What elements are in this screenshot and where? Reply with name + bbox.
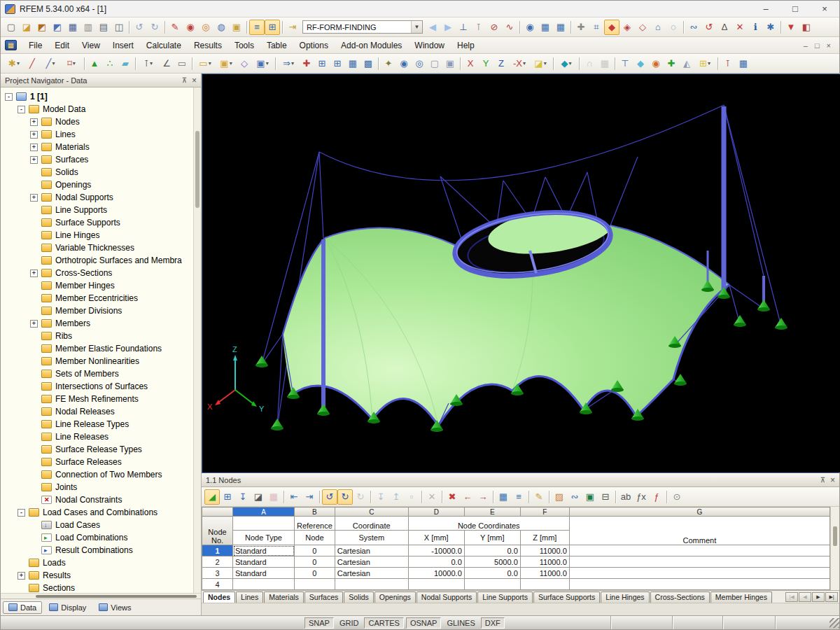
section-icon[interactable]: ⊺	[720, 56, 736, 71]
tree-item-surfaces[interactable]: Surfaces	[1, 153, 193, 166]
tree-item-solids[interactable]: Solids	[1, 166, 193, 178]
tab-nodes[interactable]: Nodes	[203, 592, 235, 603]
undo-view-icon[interactable]: ∩	[582, 56, 597, 71]
combo-dropdown-icon[interactable]: ▼	[411, 21, 422, 33]
tab-line-supports[interactable]: Line Supports	[477, 592, 533, 603]
pick-new-icon[interactable]: ◍	[214, 20, 229, 35]
table-lock-icon[interactable]: ⊙	[669, 489, 685, 505]
tree-expander[interactable]	[30, 118, 38, 126]
column-letter-e[interactable]: E	[464, 507, 520, 517]
navigator-tab-views[interactable]: Views	[93, 601, 136, 614]
tree-item-load-cases[interactable]: Load Cases	[1, 519, 193, 531]
table-calculator-icon[interactable]: ⊟	[598, 489, 613, 505]
back-icon[interactable]: ◀	[425, 20, 440, 35]
table-spellcheck-icon[interactable]: ab	[618, 489, 634, 505]
row-number-cell[interactable]: 2	[202, 556, 233, 568]
tab-line-hinges[interactable]: Line Hinges	[601, 592, 649, 603]
tree-item-line-release-types[interactable]: Line Release Types	[1, 418, 193, 430]
drag-view-icon[interactable]: ✦	[381, 56, 396, 71]
table-delete-row-icon[interactable]: →	[475, 489, 491, 505]
navigator-tab-display[interactable]: Display	[43, 601, 92, 614]
view-y-icon[interactable]: Y	[478, 56, 493, 71]
tree-item-model-data[interactable]: Model Data	[1, 103, 193, 115]
tree-expander[interactable]	[30, 320, 38, 328]
info-icon[interactable]: ℹ	[748, 20, 763, 35]
mdi-restore-button[interactable]: □	[815, 41, 820, 50]
table-renumber-icon[interactable]: ▫	[404, 489, 419, 505]
redo-icon[interactable]: ↻	[147, 20, 162, 35]
tree-item-member-elastic-foundations[interactable]: Member Elastic Foundations	[1, 342, 193, 355]
pick-object-icon[interactable]: ◉	[183, 20, 198, 35]
reference-node-cell[interactable]	[295, 579, 335, 590]
table-view-header-icon[interactable]: ▦	[496, 489, 511, 505]
new-surface-support-icon[interactable]: ▰	[118, 56, 133, 71]
tree-item-variable-thicknesses[interactable]: Variable Thicknesses	[1, 241, 193, 254]
table-col-right-icon[interactable]: ⇥	[302, 489, 317, 505]
tree-item-surface-supports[interactable]: Surface Supports	[1, 216, 193, 229]
tab-openings[interactable]: Openings	[374, 592, 416, 603]
navigator-close-icon[interactable]: ×	[192, 76, 197, 85]
reference-node-cell[interactable]: 0	[295, 568, 335, 579]
tab-prev-button[interactable]: ◀	[799, 592, 811, 602]
show-tables-icon[interactable]: ≡	[249, 20, 265, 35]
selection-box-icon[interactable]: ▭	[174, 56, 190, 71]
tree-expander[interactable]	[30, 156, 38, 164]
tree-expander[interactable]	[18, 106, 25, 113]
menu-help[interactable]: Help	[451, 39, 481, 52]
tree-item-members[interactable]: Members	[1, 317, 193, 330]
column-letter-b[interactable]: B	[295, 507, 335, 517]
connect-members-icon[interactable]: ∾	[686, 20, 701, 35]
new-opening-icon[interactable]: ▣	[216, 56, 237, 71]
save-as-icon[interactable]: ◩	[50, 20, 65, 35]
isometric-view-icon[interactable]: ◆	[556, 56, 577, 71]
tree-item-surface-release-types[interactable]: Surface Release Types	[1, 443, 193, 456]
tree-item-loads[interactable]: Loads	[1, 556, 193, 569]
x-coordinate-cell[interactable]: 10000.0	[408, 568, 464, 579]
tab-surfaces[interactable]: Surfaces	[304, 592, 343, 603]
surface-results-icon[interactable]: ◆	[633, 56, 648, 71]
tree-item-sets-of-members[interactable]: Sets of Members	[1, 368, 193, 380]
resize-grip[interactable]	[830, 618, 839, 628]
table-redo-icon[interactable]: ↻	[337, 489, 353, 505]
navigator-pin-icon[interactable]: ⊼	[182, 76, 187, 84]
3d-viewport[interactable]: Z X Y	[202, 74, 839, 473]
table-move-down-icon[interactable]: ↧	[373, 489, 388, 505]
tree-item-member-eccentricities[interactable]: Member Eccentricities	[1, 292, 193, 304]
x-coordinate-cell[interactable]: 0.0	[408, 556, 464, 568]
mdi-close-button[interactable]: ×	[827, 41, 831, 50]
table-move-up-icon[interactable]: ↥	[388, 489, 404, 505]
z-coordinate-cell[interactable]: 11000.0	[520, 568, 569, 579]
menu-options[interactable]: Options	[293, 39, 335, 52]
table-comment-icon[interactable]: ✎	[531, 489, 547, 505]
x-coordinate-cell[interactable]: -10000.0	[408, 545, 464, 556]
model-display-icon[interactable]: ⌂	[650, 20, 666, 35]
grid-toggle[interactable]: GRID	[336, 618, 363, 628]
table-formula-delete-icon[interactable]: ƒ	[649, 489, 664, 505]
mirror-copy-icon[interactable]: ▦	[345, 56, 360, 71]
new-nodal-support-icon[interactable]: ▲	[87, 56, 102, 71]
table-view-rows-icon[interactable]: ≡	[511, 489, 526, 505]
new-line-dim-icon[interactable]: ╱	[40, 56, 61, 71]
new-rect-surface-icon[interactable]: ▭	[195, 56, 216, 71]
rotate-copy-icon[interactable]: ⊞	[330, 56, 345, 71]
new-window-icon[interactable]: ▣	[229, 20, 244, 35]
member-results-icon[interactable]: ⊤	[617, 56, 633, 71]
pan-icon[interactable]: ✚	[573, 20, 589, 35]
navigator-vertical-scrollbar[interactable]	[193, 88, 201, 593]
find-object-icon[interactable]: ◌	[666, 20, 681, 35]
table-edit-mode-icon[interactable]: ◢	[204, 489, 220, 505]
coordinate-system-cell[interactable]: Cartesian	[335, 556, 408, 568]
y-coordinate-cell[interactable]: 5000.0	[464, 556, 520, 568]
menu-results[interactable]: Results	[188, 39, 228, 52]
menu-edit[interactable]: Edit	[48, 39, 76, 52]
deformation-icon[interactable]: ✚	[664, 56, 679, 71]
view-cube-solid-icon[interactable]: ▣	[442, 56, 458, 71]
tree-item-cross-sections[interactable]: Cross-Sections	[1, 267, 193, 279]
table-col-left-icon[interactable]: ⇤	[286, 489, 302, 505]
reference-node-cell[interactable]: 0	[295, 545, 335, 556]
tree-item-fe-mesh-refinements[interactable]: FE Mesh Refinements	[1, 393, 193, 405]
cartes-toggle[interactable]: CARTES	[364, 617, 403, 629]
tree-item-result-combinations[interactable]: Result Combinations	[1, 544, 193, 556]
minimize-button[interactable]: –	[751, 1, 780, 17]
dimension-node-icon[interactable]: ⊺	[471, 20, 486, 35]
